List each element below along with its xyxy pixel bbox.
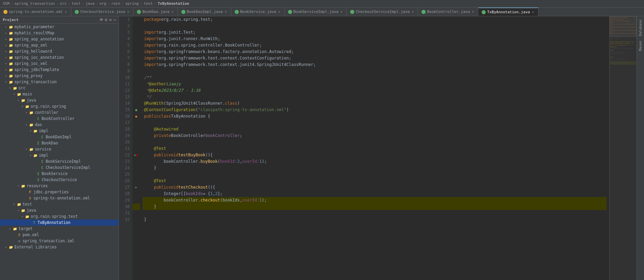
settings-icon[interactable]: ⚙ <box>109 18 112 22</box>
sidebar-item-spring-ioc-annotation[interactable]: ▸ 📁 spring_ioc_annotation <box>0 54 119 60</box>
sidebar-item-test-java[interactable]: ▾ 📁 java <box>0 207 119 213</box>
sidebar-item-spring-transaction-iml[interactable]: ▸ ≡ spring_transaction.iml <box>0 238 119 244</box>
sidebar-item-dao[interactable]: ▾ 📁 dao <box>0 122 119 128</box>
sidebar-item-label: java <box>26 208 36 213</box>
sidebar-item-spring-transaction[interactable]: ▾ 📁 spring_transaction <box>0 79 119 85</box>
sidebar-item-main[interactable]: ▾ 📁 main <box>0 91 119 97</box>
sidebar-item-service[interactable]: ▾ 📁 service <box>0 146 119 152</box>
sidebar-item-label: BookServiceImpl <box>46 159 81 164</box>
tab-tx-by-annotation[interactable]: TxByAnnotation.java × <box>478 7 538 16</box>
sync-icon[interactable]: ⟳ <box>100 18 103 22</box>
code-line-12: * @date 2023/8/27 - 1:16 <box>143 87 607 94</box>
close-icon[interactable]: × <box>64 10 68 14</box>
sidebar-item-test[interactable]: ▾ 📁 test <box>0 201 119 207</box>
code-line-3: import org.junit.Test; <box>143 29 607 36</box>
sidebar-item-src[interactable]: ▾ 📁 src <box>0 85 119 91</box>
close-icon[interactable]: × <box>278 10 281 14</box>
sidebar-item-checkout-service-impl[interactable]: ▸ C CheckoutServiceImpl <box>0 164 119 171</box>
sidebar-item-spring-aop-annotation[interactable]: ▸ 📁 spring_aop_annotation <box>0 36 119 42</box>
sidebar-item-java[interactable]: ▾ 📁 java <box>0 97 119 103</box>
sidebar-item-book-dao[interactable]: ▸ I BookDao <box>0 140 119 146</box>
close-icon[interactable]: × <box>224 10 228 14</box>
close-icon[interactable]: × <box>411 10 414 14</box>
sidebar-item-org-rain-spring[interactable]: ▾ 📁 org.rain.spring <box>0 103 119 109</box>
sidebar-item-resources[interactable]: ▾ 📁 resources <box>0 183 119 189</box>
sidebar-item-target[interactable]: ▸ 📁 target <box>0 226 119 232</box>
close-icon[interactable]: × <box>126 10 130 14</box>
expand-arrow: ▸ <box>5 56 7 59</box>
sidebar-item-jdbc-properties[interactable]: ▸ P jdbc.properties <box>0 189 119 195</box>
code-line-1: package org.rain.spring.test; <box>143 16 607 23</box>
tab-label: BookDao.java <box>142 10 169 14</box>
sidebar-item-spring-tx-annotation-xml[interactable]: ▸ X spring-tx-annotation.xml <box>0 195 119 201</box>
run-gutter-15[interactable]: ● <box>132 107 140 113</box>
java-file-icon: C <box>40 159 44 164</box>
sidebar-item-book-service-impl[interactable]: ▸ C BookServiceImpl <box>0 158 119 164</box>
code-container[interactable]: 12345 678910 1112131415 1617181920 21222… <box>119 16 637 280</box>
close-sidebar-icon[interactable]: — <box>113 18 116 22</box>
breadcrumb-java[interactable]: java <box>86 1 95 6</box>
right-tab-database[interactable]: Database <box>638 18 643 38</box>
breadcrumb-spring-transaction[interactable]: spring_transaction <box>15 1 55 6</box>
folder-icon: 📁 <box>8 37 13 41</box>
tab-book-dao[interactable]: BookDao.java × <box>133 7 178 16</box>
collapse-icon[interactable]: ⊟ <box>105 18 107 22</box>
breadcrumb-rain[interactable]: rain <box>111 1 121 6</box>
sidebar-actions[interactable]: ⟳ ⊟ ⚙ — <box>100 18 116 22</box>
sidebar-item-spring-aop-xml[interactable]: ▸ 📁 spring_aop_xml <box>0 42 119 48</box>
sidebar-item-tx-by-annotation[interactable]: ▸ T TxByAnnotation <box>0 220 119 226</box>
close-icon[interactable]: × <box>171 10 174 14</box>
code-content[interactable]: package org.rain.spring.test; import org… <box>140 16 609 280</box>
tab-book-service[interactable]: BookService.java × <box>231 7 285 16</box>
xml-icon: X <box>28 196 32 200</box>
tab-book-service-impl[interactable]: BookServiceImpl.java × <box>285 7 347 16</box>
breadcrumb-src[interactable]: src <box>60 1 67 6</box>
sidebar-item-checkout-service[interactable]: ▸ I CheckoutService <box>0 177 119 183</box>
expand-arrow: ▸ <box>5 50 7 53</box>
sidebar-item-spring-helloword[interactable]: ▸ 📁 spring_helloword <box>0 48 119 54</box>
tab-book-dao-impl[interactable]: BookDaoImpl.java × <box>178 7 231 16</box>
code-line-13: */ <box>143 94 607 100</box>
sidebar-item-controller[interactable]: ▾ 📁 controller <box>0 109 119 116</box>
sidebar-item-service-impl[interactable]: ▾ 📁 impl <box>0 152 119 158</box>
close-icon[interactable]: × <box>471 10 475 14</box>
sidebar-item-spring-ioc-xml[interactable]: ▸ 📁 spring_ioc_xml <box>0 60 119 67</box>
sidebar-item-label: spring_jdbcTemplate <box>14 67 59 72</box>
minimap[interactable]: package org.rain.spring.test; import org… <box>609 16 637 280</box>
folder-icon: 📁 <box>25 214 30 219</box>
right-tab-maven[interactable]: Maven <box>638 39 643 53</box>
sidebar-item-label: mybatis_resultMap <box>14 31 54 35</box>
close-icon[interactable]: × <box>531 10 535 14</box>
tab-checkout-service-impl[interactable]: CheckoutServiceImpl.java × <box>347 7 418 16</box>
sidebar-item-mybatis-parameter[interactable]: ▸ 📁 mybatis_parameter <box>0 24 119 30</box>
sidebar-item-mybatis-resultmap[interactable]: ▸ 📁 mybatis_resultMap <box>0 30 119 36</box>
run-gutter-16[interactable]: ● <box>132 113 140 120</box>
code-line-32: } <box>143 216 607 223</box>
sidebar-item-pom-xml[interactable]: ▸ X pom.xml <box>0 232 119 238</box>
tab-spring-tx-xml[interactable]: spring-tx-annotation.xml × <box>0 7 71 16</box>
tab-book-controller[interactable]: BookController.java × <box>418 7 478 16</box>
sidebar-item-spring-proxy[interactable]: ▸ 📁 spring_proxy <box>0 73 119 79</box>
folder-icon: 📁 <box>29 110 34 115</box>
sidebar-item-book-controller[interactable]: ▸ C BookController <box>0 116 119 122</box>
sidebar-item-external-libraries[interactable]: ▸ 📁 External Libraries <box>0 244 119 250</box>
code-line-4: import org.junit.runner.RunWith; <box>143 36 607 42</box>
sidebar-item-org-rain-spring-test[interactable]: ▾ 📁 org.rain.spring.test <box>0 213 119 220</box>
breadcrumb-test2[interactable]: test <box>144 1 153 6</box>
breadcrumb-spring[interactable]: spring <box>125 1 139 6</box>
breadcrumb-ssm[interactable]: SSM <box>3 1 10 6</box>
run-gutter-27[interactable]: ▶ <box>132 184 140 191</box>
java-icon <box>482 10 486 14</box>
breadcrumb-org[interactable]: org <box>100 1 106 6</box>
sidebar-item-dao-impl[interactable]: ▾ 📁 impl <box>0 128 119 134</box>
sidebar-item-spring-jdbctemplate[interactable]: ▸ 📁 spring_jdbcTemplate <box>0 67 119 73</box>
interface-file-icon: I <box>36 177 40 182</box>
folder-icon: 📁 <box>29 147 34 152</box>
close-icon[interactable]: × <box>340 10 343 14</box>
folder-icon: 📁 <box>17 92 21 97</box>
sidebar-item-book-dao-impl[interactable]: ▸ C BookDaoImpl <box>0 134 119 140</box>
sidebar-item-book-service[interactable]: ▸ I BookService <box>0 171 119 177</box>
run-gutter-22[interactable]: ▶● <box>132 152 140 158</box>
tab-checkout-service[interactable]: CheckoutService.java × <box>71 7 133 16</box>
breadcrumb-test[interactable]: test <box>72 1 81 6</box>
